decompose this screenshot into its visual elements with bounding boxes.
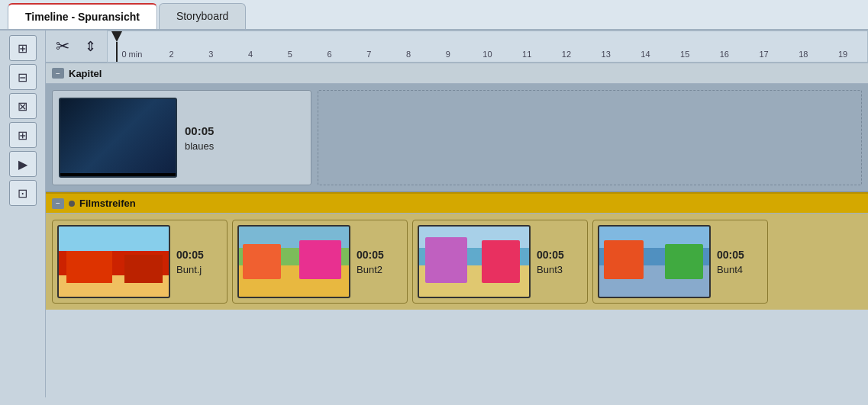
filmstrip-title: Filmstreifen: [79, 198, 136, 209]
tick-11: 11: [507, 50, 547, 59]
film-thumb-bunt2: [237, 225, 350, 298]
film-clip-4-name: Bunt4: [717, 264, 744, 275]
tick-2: 2: [152, 50, 192, 59]
timeline-area: ✂ ⇕ 0 min 2 3 4 5 6 7 8: [46, 31, 868, 397]
split-tool[interactable]: ⇕: [79, 36, 101, 57]
grid-tool-button[interactable]: ⊞: [9, 35, 37, 61]
kapitel-collapse-button[interactable]: −: [52, 68, 64, 79]
film-clip-3-name: Bunt3: [537, 264, 564, 275]
kapitel-content: 00:05 blaues: [46, 84, 868, 192]
tick-15: 15: [665, 50, 705, 59]
kapitel-clip-name: blaues: [185, 140, 214, 152]
kapitel-clip-info: 00:05 blaues: [185, 124, 214, 152]
play-icon: ▶: [18, 157, 27, 172]
ruler-tools: ✂ ⇕: [46, 36, 107, 57]
filmstrip-collapse-button[interactable]: −: [52, 198, 64, 209]
tab-timeline[interactable]: Timeline - Spuransicht: [8, 3, 157, 29]
tick-19: 19: [823, 50, 863, 59]
film-thumb-bunt4: [598, 225, 711, 298]
tick-9: 9: [428, 50, 468, 59]
add-track-icon: ⊟: [18, 70, 27, 85]
tick-13: 13: [586, 50, 626, 59]
film-clip-4[interactable]: 00:05 Bunt4: [592, 220, 768, 304]
film-clip-3-info: 00:05 Bunt3: [537, 249, 564, 275]
left-toolbar: ⊞ ⊟ ⊠ ⊞ ▶ ⊡: [0, 31, 46, 397]
film-clip-3-time: 00:05: [537, 249, 564, 261]
film-thumb-bunt1: [57, 225, 170, 298]
film-thumb-bunt3: [418, 225, 531, 298]
film-clip-2-name: Bunt2: [357, 264, 384, 275]
film-clip-3[interactable]: 00:05 Bunt3: [412, 220, 588, 304]
tick-0: 0 min: [112, 50, 152, 59]
film-clip-2-info: 00:05 Bunt2: [357, 249, 384, 275]
main-area: ⊞ ⊟ ⊠ ⊞ ▶ ⊡ ✂ ⇕: [0, 31, 868, 397]
filmstrip-section-header: − Filmstreifen: [46, 192, 868, 214]
ruler-numbers: 0 min 2 3 4 5 6 7 8 9 10 11 12 13 14 15 …: [108, 50, 867, 59]
kapitel-video-thumbnail: [59, 98, 177, 178]
trim-icon: ⊡: [18, 186, 27, 201]
grid-icon: ⊞: [18, 41, 27, 56]
film-clip-2-time: 00:05: [357, 249, 384, 261]
kapitel-clip-time: 00:05: [185, 124, 214, 137]
multi-tool-button[interactable]: ⊞: [9, 122, 37, 148]
kapitel-clip-container[interactable]: 00:05 blaues: [52, 90, 311, 185]
play-button[interactable]: ▶: [9, 151, 37, 177]
film-clip-1-time: 00:05: [176, 249, 204, 261]
tick-3: 3: [191, 50, 231, 59]
tick-16: 16: [705, 50, 744, 59]
scissors-tool[interactable]: ✂: [52, 36, 73, 57]
filmstrip-content: 00:05 Bunt.j 00:05 Bunt2 00:05: [46, 214, 868, 310]
tick-10: 10: [468, 50, 508, 59]
tick-17: 17: [744, 50, 784, 59]
film-clip-1-name: Bunt.j: [176, 264, 204, 275]
playhead-triangle: [111, 31, 122, 42]
ruler-scale: 0 min 2 3 4 5 6 7 8 9 10 11 12 13 14 15 …: [107, 31, 868, 63]
trim-button[interactable]: ⊡: [9, 180, 37, 206]
multi-icon: ⊞: [18, 128, 27, 143]
tick-7: 7: [349, 50, 389, 59]
tick-14: 14: [626, 50, 666, 59]
tab-bar: Timeline - Spuransicht Storyboard: [0, 0, 868, 31]
tick-8: 8: [389, 50, 428, 59]
add-track-button[interactable]: ⊟: [9, 64, 37, 90]
tick-12: 12: [547, 50, 586, 59]
tab-storyboard[interactable]: Storyboard: [159, 3, 246, 29]
copy-track-button[interactable]: ⊠: [9, 93, 37, 119]
film-clip-4-time: 00:05: [717, 249, 744, 261]
film-clip-4-info: 00:05 Bunt4: [717, 249, 744, 275]
kapitel-title: Kapitel: [69, 68, 102, 79]
kapitel-empty-area: [318, 90, 862, 185]
tick-18: 18: [783, 50, 823, 59]
film-clip-2[interactable]: 00:05 Bunt2: [232, 220, 408, 304]
sections: − Kapitel 00:05 blaues − Filmstreifen: [46, 63, 868, 397]
film-clip-1-info: 00:05 Bunt.j: [176, 249, 204, 275]
film-clip-1[interactable]: 00:05 Bunt.j: [52, 220, 227, 304]
copy-track-icon: ⊠: [18, 99, 27, 114]
tick-4: 4: [231, 50, 270, 59]
tick-5: 5: [270, 50, 310, 59]
ruler-row: ✂ ⇕ 0 min 2 3 4 5 6 7 8: [46, 31, 868, 63]
filmstrip-dot: [69, 201, 75, 207]
kapitel-section-header: − Kapitel: [46, 63, 868, 84]
tick-6: 6: [310, 50, 350, 59]
